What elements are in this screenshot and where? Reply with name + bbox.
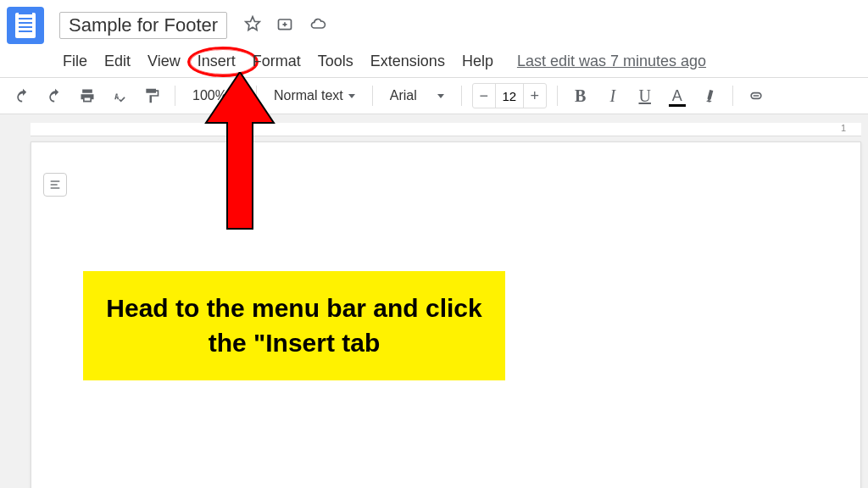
separator: [557, 86, 558, 106]
font-size-input[interactable]: [495, 84, 524, 108]
menu-insert-label: Insert: [198, 53, 236, 69]
document-outline-button[interactable]: [43, 173, 67, 197]
spellcheck-button[interactable]: [107, 83, 132, 108]
zoom-value: 100%: [192, 88, 227, 103]
menu-format[interactable]: Format: [253, 53, 301, 70]
move-icon[interactable]: [276, 15, 293, 36]
decrease-font-button[interactable]: −: [473, 84, 495, 108]
title-row: Sample for Footer: [7, 7, 868, 44]
menu-insert[interactable]: Insert: [198, 53, 236, 70]
docs-logo-icon[interactable]: [7, 7, 44, 44]
annotation-callout: Head to the menu bar and click the "Inse…: [83, 271, 505, 380]
zoom-dropdown[interactable]: 100%: [186, 85, 246, 107]
separator: [372, 86, 373, 106]
chevron-down-icon: [232, 94, 239, 98]
document-title-input[interactable]: Sample for Footer: [59, 12, 227, 39]
last-edit-link[interactable]: Last edit was 7 minutes ago: [517, 53, 706, 70]
menu-tools[interactable]: Tools: [318, 53, 353, 70]
title-icons: [244, 15, 327, 36]
cloud-status-icon[interactable]: [309, 15, 327, 36]
separator: [256, 86, 257, 106]
header-bar: Sample for Footer File Edit View Insert …: [0, 0, 868, 78]
highlight-color-button[interactable]: [692, 79, 726, 114]
star-icon[interactable]: [244, 15, 261, 36]
menu-file[interactable]: File: [63, 53, 87, 70]
ruler[interactable]: 1: [31, 123, 861, 136]
ruler-mark: 1: [841, 123, 846, 133]
separator: [732, 86, 733, 106]
font-dropdown[interactable]: Arial: [383, 85, 451, 107]
insert-link-button[interactable]: [743, 83, 769, 108]
title-box: Sample for Footer: [59, 12, 227, 39]
menu-view[interactable]: View: [147, 53, 181, 70]
svg-marker-0: [246, 17, 260, 30]
redo-button[interactable]: [42, 83, 68, 108]
print-button[interactable]: [75, 83, 100, 108]
bold-button[interactable]: B: [568, 83, 593, 108]
font-value: Arial: [390, 88, 417, 103]
font-size-control: − +: [472, 83, 547, 108]
style-value: Normal text: [274, 88, 343, 103]
undo-button[interactable]: [10, 83, 36, 108]
separator: [175, 86, 175, 106]
italic-button[interactable]: I: [600, 83, 626, 108]
chevron-down-icon: [437, 94, 444, 98]
toolbar: 100% Normal text Arial − + B I U A: [0, 78, 868, 114]
chevron-down-icon: [348, 94, 355, 98]
menu-help[interactable]: Help: [462, 53, 493, 70]
text-color-button[interactable]: A: [665, 83, 690, 108]
menu-extensions[interactable]: Extensions: [370, 53, 445, 70]
separator: [461, 86, 462, 106]
increase-font-button[interactable]: +: [524, 84, 546, 108]
paint-format-button[interactable]: [139, 83, 164, 108]
underline-button[interactable]: U: [632, 83, 658, 108]
menu-bar: File Edit View Insert Format Tools Exten…: [7, 47, 868, 77]
menu-edit[interactable]: Edit: [104, 53, 131, 70]
style-dropdown[interactable]: Normal text: [267, 85, 362, 107]
